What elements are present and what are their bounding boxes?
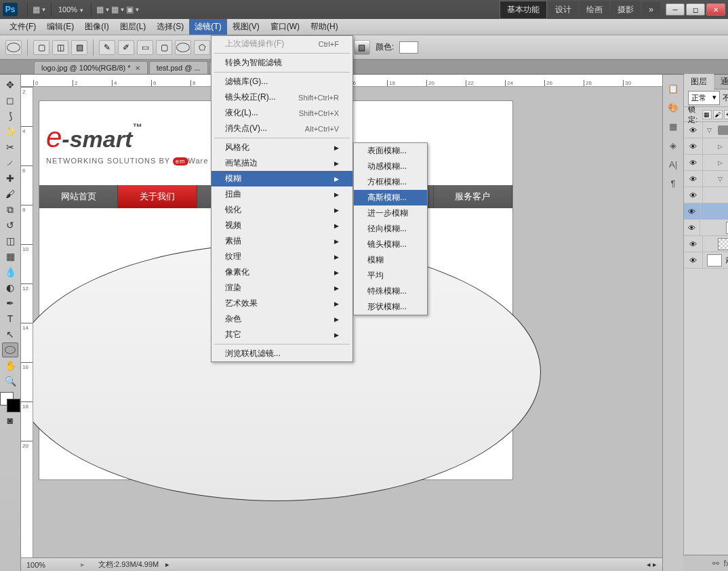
blur-menu-item[interactable]: 方框模糊... bbox=[354, 174, 427, 190]
shape-layers-icon[interactable]: ▢ bbox=[33, 40, 49, 55]
document-tab[interactable]: logo.jpg @ 100%(RGB/8) *✕ bbox=[34, 61, 148, 74]
filter-menu-item[interactable]: 杂色▶ bbox=[211, 311, 352, 327]
layer-row[interactable]: 👁▷right bbox=[684, 138, 728, 155]
visibility-icon[interactable]: 👁 bbox=[684, 203, 701, 219]
menu-item[interactable]: 图像(I) bbox=[79, 19, 114, 35]
filter-menu-item[interactable]: 液化(L)...Shift+Ctrl+X bbox=[211, 105, 352, 121]
menu-item[interactable]: 图层(L) bbox=[115, 19, 152, 35]
background-swatch[interactable] bbox=[7, 399, 20, 412]
move-tool-icon[interactable]: ✥ bbox=[2, 77, 18, 92]
pen-tool-icon[interactable]: ✒ bbox=[2, 296, 18, 311]
filter-menu-item[interactable]: 扭曲▶ bbox=[211, 186, 352, 202]
blur-menu-item[interactable]: 平均 bbox=[354, 268, 427, 283]
blur-menu-item[interactable]: 模糊 bbox=[354, 252, 427, 268]
layer-row[interactable]: 👁▽⚯mask bbox=[684, 187, 728, 203]
layer-row[interactable]: 👁logo bbox=[684, 236, 728, 252]
ellipse-tool-icon[interactable] bbox=[175, 40, 191, 55]
char-icon[interactable]: A| bbox=[666, 157, 680, 171]
paths-icon[interactable]: ◫ bbox=[52, 40, 68, 55]
fill-pixels-icon[interactable]: ▨ bbox=[71, 40, 87, 55]
visibility-icon[interactable]: 👁 bbox=[684, 252, 703, 268]
dodge-tool-icon[interactable]: ◐ bbox=[2, 280, 18, 295]
stamp-tool-icon[interactable]: ⧉ bbox=[2, 202, 18, 217]
style-preset-icon[interactable]: ▧ bbox=[354, 40, 370, 55]
layer-row[interactable]: 👁▽banner bbox=[684, 171, 728, 187]
bridge-icon[interactable]: ▦▼ bbox=[33, 3, 45, 16]
polygon-icon[interactable]: ⬠ bbox=[194, 40, 210, 55]
minimize-button[interactable]: ─ bbox=[666, 3, 685, 16]
freeform-pen-icon[interactable]: ✐ bbox=[118, 40, 134, 55]
filter-menu-item[interactable]: 风格化▶ bbox=[211, 140, 352, 155]
arrange-icon[interactable]: ▦▼ bbox=[112, 3, 124, 16]
close-tab-icon[interactable]: ✕ bbox=[135, 64, 140, 72]
para-icon[interactable]: ¶ bbox=[666, 176, 680, 190]
path-select-icon[interactable]: ↖ bbox=[2, 327, 18, 342]
rect-icon[interactable]: ▭ bbox=[137, 40, 153, 55]
filter-menu-item[interactable]: 其它▶ bbox=[211, 327, 352, 342]
lasso-tool-icon[interactable]: ⟆ bbox=[2, 109, 18, 123]
blur-menu-item[interactable]: 形状模糊... bbox=[354, 299, 427, 315]
filter-menu-item[interactable]: 浏览联机滤镜... bbox=[211, 346, 352, 361]
workspace-tab[interactable]: 基本功能 bbox=[500, 1, 547, 19]
marquee-tool-icon[interactable]: ◻ bbox=[2, 93, 18, 108]
panel-tab[interactable]: 通道 bbox=[714, 74, 728, 90]
close-button[interactable]: ✕ bbox=[706, 3, 725, 16]
filter-menu-item[interactable]: 模糊▶ bbox=[211, 171, 352, 186]
history-brush-icon[interactable]: ↺ bbox=[2, 218, 18, 233]
type-tool-icon[interactable]: T bbox=[2, 311, 18, 326]
zoom-tool-icon[interactable]: 🔍 bbox=[2, 374, 18, 389]
layer-row[interactable]: 👁⚯◗形状 3fx ▾ bbox=[684, 220, 728, 236]
menu-item[interactable]: 滤镜(T) bbox=[189, 19, 226, 35]
visibility-icon[interactable]: 👁 bbox=[684, 122, 703, 138]
blur-menu-item[interactable]: 高斯模糊... bbox=[354, 190, 427, 205]
color-swatch[interactable] bbox=[399, 41, 418, 54]
visibility-icon[interactable]: 👁 bbox=[684, 187, 703, 203]
panel-tab[interactable]: 图层 bbox=[684, 74, 714, 90]
swatches-icon[interactable]: ▦ bbox=[666, 119, 680, 133]
zoom-level[interactable]: 100%▼ bbox=[56, 5, 87, 14]
workspace-tab[interactable]: 设计 bbox=[548, 1, 578, 18]
filter-menu-item[interactable]: 画笔描边▶ bbox=[211, 155, 352, 171]
layer-row[interactable]: 👁背景🔒 bbox=[684, 252, 728, 269]
healing-tool-icon[interactable]: ✚ bbox=[2, 171, 18, 186]
visibility-icon[interactable]: 👁 bbox=[684, 220, 700, 235]
lock-pos-icon[interactable]: ✥ bbox=[724, 110, 728, 119]
filter-menu-item[interactable]: 视频▶ bbox=[211, 218, 352, 233]
visibility-icon[interactable]: 👁 bbox=[684, 155, 703, 170]
fx-icon[interactable]: fx. bbox=[723, 559, 728, 568]
blur-menu-item[interactable]: 径向模糊... bbox=[354, 221, 427, 237]
filter-menu-item[interactable]: 锐化▶ bbox=[211, 202, 352, 218]
link-layers-icon[interactable]: ⚯ bbox=[712, 559, 719, 568]
visibility-icon[interactable]: 👁 bbox=[684, 236, 703, 252]
blur-menu-item[interactable]: 进一步模糊 bbox=[354, 205, 427, 221]
blur-menu-item[interactable]: 动感模糊... bbox=[354, 159, 427, 174]
filter-menu-item[interactable]: 像素化▶ bbox=[211, 264, 352, 280]
eyedropper-tool-icon[interactable]: ⟋ bbox=[2, 155, 18, 170]
menu-item[interactable]: 窗口(W) bbox=[265, 19, 305, 35]
workspace-tab[interactable]: 绘画 bbox=[580, 1, 609, 18]
gradient-tool-icon[interactable]: ▦ bbox=[2, 249, 18, 264]
filter-menu-item[interactable]: 艺术效果▶ bbox=[211, 296, 352, 311]
blur-menu-item[interactable]: 镜头模糊... bbox=[354, 237, 427, 252]
shape-tool-icon[interactable] bbox=[2, 342, 18, 357]
filter-menu-item[interactable]: 滤镜库(G)... bbox=[211, 74, 352, 90]
menu-item[interactable]: 编辑(E) bbox=[41, 19, 79, 35]
maximize-button[interactable]: ◻ bbox=[686, 3, 705, 16]
menu-item[interactable]: 视图(V) bbox=[227, 19, 265, 35]
quickmask-icon[interactable]: ◙ bbox=[2, 413, 18, 428]
color-icon[interactable]: 🎨 bbox=[666, 100, 680, 114]
layer-row[interactable]: 👁▽header bbox=[684, 122, 728, 138]
color-swatches[interactable] bbox=[0, 392, 20, 412]
menu-item[interactable]: 帮助(H) bbox=[305, 19, 344, 35]
pen-icon[interactable]: ✎ bbox=[99, 40, 115, 55]
filter-menu-item[interactable]: 镜头校正(R)...Shift+Ctrl+R bbox=[211, 90, 352, 105]
filter-menu-item[interactable]: 渲染▶ bbox=[211, 280, 352, 296]
rounded-rect-icon[interactable]: ▢ bbox=[156, 40, 172, 55]
workspace-tab[interactable]: 摄影 bbox=[611, 1, 641, 18]
document-tab[interactable]: test.psd @ ... bbox=[149, 61, 208, 74]
lock-pixels-icon[interactable]: 🖌 bbox=[713, 110, 723, 119]
filter-menu-item[interactable]: 转换为智能滤镜 bbox=[211, 55, 352, 71]
styles-icon[interactable]: ◈ bbox=[666, 138, 680, 152]
layer-row[interactable]: 👁⚯◗形状 4 bbox=[684, 203, 728, 220]
blur-menu-item[interactable]: 特殊模糊... bbox=[354, 283, 427, 299]
